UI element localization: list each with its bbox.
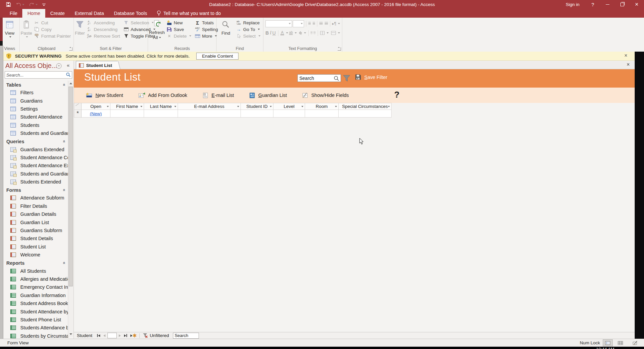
bullets-icon[interactable] [308, 22, 311, 25]
nav-item-form[interactable]: Guardian List [3, 218, 68, 226]
tab-file[interactable]: File [5, 9, 22, 18]
redo-icon[interactable] [29, 2, 38, 7]
paste-button[interactable]: Paste [21, 19, 32, 40]
column-filter-icon[interactable] [140, 106, 142, 107]
spelling-button[interactable]: ABC✓Spelling [194, 26, 219, 33]
customize-qat-icon[interactable] [42, 3, 46, 7]
tab-external-data[interactable]: External Data [70, 9, 109, 18]
save-icon[interactable] [6, 2, 11, 7]
datasheet-view-button[interactable] [615, 339, 625, 346]
column-filter-icon[interactable] [237, 106, 239, 107]
tab-student-list[interactable]: Student List [76, 61, 118, 70]
cell-last-name[interactable] [144, 110, 178, 118]
nav-item-form[interactable]: Student Details [3, 234, 68, 242]
record-selector-header[interactable] [74, 103, 81, 110]
tell-me-box[interactable]: Tell me what you want to do [152, 9, 226, 18]
help-button[interactable]: ? [585, 0, 600, 9]
restore-button[interactable] [615, 0, 629, 9]
clipboard-dialog-launcher[interactable] [69, 47, 73, 51]
column-header-student-id[interactable]: Student ID [241, 103, 273, 110]
descending-button[interactable]: ZA↓Descending [85, 26, 121, 33]
find-button[interactable]: Find [218, 19, 234, 40]
cell-open[interactable]: (New) [81, 110, 110, 118]
nav-section-reports[interactable]: Reports« [3, 259, 68, 267]
nav-item-table[interactable]: Guardians [3, 97, 68, 105]
nav-item-table[interactable]: Student Attendance [3, 113, 68, 121]
form-search-box[interactable]: Search [297, 74, 341, 82]
gridlines-icon[interactable] [320, 31, 325, 35]
nav-item-form[interactable]: Guardian Details [3, 210, 68, 218]
column-header-room[interactable]: Room [305, 103, 339, 110]
nav-item-form[interactable]: Attendance Subform [3, 194, 68, 202]
new-record-selector[interactable]: * [74, 110, 81, 118]
decrease-indent-icon[interactable] [319, 22, 323, 25]
remove-sort-button[interactable]: AZRemove Sort [85, 33, 121, 39]
cell-level[interactable] [273, 110, 305, 118]
nav-item-report[interactable]: All Students [3, 267, 68, 275]
search-icon[interactable] [334, 76, 339, 81]
search-icon[interactable] [65, 72, 71, 77]
save-record-button[interactable]: Save [165, 26, 192, 33]
column-header-first-name[interactable]: First Name [110, 103, 144, 110]
cell-room[interactable] [305, 110, 339, 118]
column-filter-icon[interactable] [388, 106, 390, 107]
cell-first-name[interactable] [110, 110, 144, 118]
align-center-icon[interactable] [313, 31, 313, 35]
previous-record-button[interactable] [103, 334, 105, 337]
sign-in-button[interactable]: Sign in [560, 2, 585, 7]
column-filter-icon[interactable] [107, 106, 109, 107]
nav-item-form[interactable]: Student List [3, 243, 68, 251]
delete-record-button[interactable]: ×Delete [165, 33, 192, 39]
cell-student-id[interactable] [241, 110, 273, 118]
filter-button[interactable]: Filter [75, 19, 85, 40]
form-view-button[interactable] [603, 339, 613, 346]
column-filter-icon[interactable] [301, 106, 303, 107]
close-document-icon[interactable]: × [627, 62, 630, 68]
more-button[interactable]: More [194, 33, 219, 39]
nav-item-report[interactable]: Guardian Information [3, 291, 68, 299]
column-header-level[interactable]: Level [273, 103, 305, 110]
show-hide-fields-button[interactable]: Show/Hide Fields [302, 93, 349, 98]
nav-item-form[interactable]: Welcome [3, 251, 68, 259]
shutter-bar-close-icon[interactable]: « [67, 62, 70, 68]
view-button[interactable]: View [1, 19, 18, 40]
minimize-button[interactable] [600, 0, 615, 9]
column-header-special-circumstances[interactable]: Special Circumstances [339, 103, 392, 110]
form-help-mark[interactable]: ? [394, 90, 400, 100]
security-close-icon[interactable]: × [624, 53, 627, 59]
cell-email[interactable] [178, 110, 241, 118]
column-header-open[interactable]: Open [81, 103, 110, 110]
filter-state-label[interactable]: Unfiltered [150, 333, 169, 338]
layout-view-button[interactable] [630, 339, 640, 346]
nav-section-queries[interactable]: Queries« [3, 138, 68, 145]
first-record-button[interactable] [97, 334, 100, 337]
nav-item-query[interactable]: Students Extended [3, 178, 68, 186]
column-filter-icon[interactable] [335, 106, 337, 107]
fill-color-icon[interactable] [298, 31, 302, 35]
text-formatting-dialog-launcher[interactable] [338, 47, 341, 51]
nav-item-table[interactable]: Students and Guardians [3, 129, 68, 137]
totals-button[interactable]: ΣTotals [194, 19, 219, 26]
new-student-button[interactable]: New Student [86, 93, 123, 98]
goto-button[interactable]: →Go To [235, 26, 261, 33]
close-button[interactable]: × [629, 0, 644, 9]
nav-item-report[interactable]: Student Address Book [3, 299, 68, 307]
current-record-box[interactable] [107, 333, 117, 338]
select-button[interactable]: Select [235, 33, 261, 39]
nav-item-query[interactable]: Student Attendance Count [3, 154, 68, 162]
increase-indent-icon[interactable] [325, 22, 328, 25]
nav-item-table[interactable]: Students [3, 121, 68, 129]
nav-item-form[interactable]: Guardians Subform [3, 226, 68, 234]
font-size-combo[interactable] [293, 20, 304, 27]
tab-home[interactable]: Home [22, 9, 45, 18]
column-header-last-name[interactable]: Last Name [144, 103, 178, 110]
cell-special-circumstances[interactable] [339, 110, 392, 118]
nav-item-report[interactable]: Student Phone List [3, 316, 68, 324]
filter-state-icon[interactable] [142, 333, 148, 338]
font-color-icon[interactable]: A [280, 31, 284, 35]
filter-funnel-icon[interactable] [343, 75, 351, 82]
new-blank-record-button[interactable]: ✱ [130, 334, 137, 337]
underline-button[interactable]: U [272, 30, 276, 36]
add-from-outlook-button[interactable]: Add From Outlook [138, 93, 187, 98]
format-painter-button[interactable]: Format Painter [33, 33, 72, 39]
